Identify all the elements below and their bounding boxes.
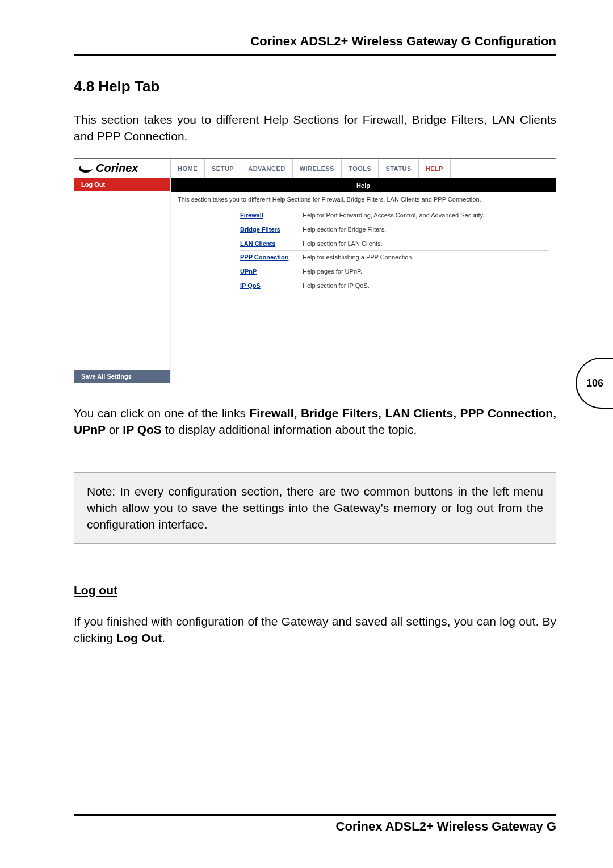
help-row-ppp: PPP Connection Help for establishing a P… (240, 251, 549, 265)
link-bridge-filters[interactable]: Bridge Filters (240, 226, 303, 234)
section-heading: 4.8 Help Tab (74, 78, 556, 95)
link-ip-qos[interactable]: IP QoS (240, 282, 303, 290)
logout-bold: Log Out (116, 631, 162, 644)
logo-text: Corinex (96, 162, 138, 175)
link-firewall[interactable]: Firewall (240, 212, 303, 220)
help-row-firewall: Firewall Help for Port Forwarding, Acces… (240, 209, 549, 223)
logout-heading: Log out (74, 584, 556, 597)
after-bold2: IP QoS (123, 423, 161, 436)
desc-upnp: Help pages for UPnP. (303, 268, 549, 276)
link-ppp-connection[interactable]: PPP Connection (240, 254, 303, 262)
nav-status[interactable]: STATUS (379, 159, 418, 178)
nav-help[interactable]: HELP (419, 159, 451, 178)
intro-paragraph: This section takes you to different Help… (74, 111, 556, 145)
router-ui-screenshot: Corinex HOME SETUP ADVANCED WIRELESS TOO… (74, 158, 556, 383)
help-row-ipqos: IP QoS Help section for IP QoS. (240, 279, 549, 293)
page-footer: Corinex ADSL2+ Wireless Gateway G (74, 814, 556, 834)
sidebar-spacer (74, 191, 170, 370)
save-all-button[interactable]: Save All Settings (74, 370, 170, 383)
content-title: Help (171, 178, 556, 192)
logout-post: . (162, 631, 165, 644)
link-lan-clients[interactable]: LAN Clients (240, 240, 303, 248)
footer-divider (74, 814, 556, 816)
logo-swoosh-icon (79, 163, 94, 174)
note-body: : In every configuration section, there … (87, 485, 543, 531)
help-row-lan: LAN Clients Help section for LAN Clients… (240, 237, 549, 251)
nav-advanced[interactable]: ADVANCED (241, 159, 293, 178)
sidebar: Log Out Save All Settings (74, 178, 171, 383)
help-table: Firewall Help for Port Forwarding, Acces… (240, 209, 549, 293)
desc-ppp-connection: Help for establishing a PPP Connection. (303, 254, 549, 262)
help-row-bridge: Bridge Filters Help section for Bridge F… (240, 223, 549, 237)
nav-spacer (451, 159, 556, 178)
nav-bar: Corinex HOME SETUP ADVANCED WIRELESS TOO… (74, 159, 556, 178)
desc-bridge-filters: Help section for Bridge Filters. (303, 226, 549, 234)
desc-lan-clients: Help section for LAN Clients. (303, 240, 549, 248)
after-mid: or (106, 423, 123, 436)
logout-button[interactable]: Log Out (74, 178, 170, 191)
nav-wireless[interactable]: WIRELESS (293, 159, 342, 178)
nav-home[interactable]: HOME (171, 159, 205, 178)
content-area: Help This section takes you to different… (171, 178, 556, 383)
after-pre: You can click on one of the links (74, 406, 249, 420)
logo: Corinex (74, 159, 171, 178)
footer-title: Corinex ADSL2+ Wireless Gateway G (74, 819, 556, 834)
page-header: Corinex ADSL2+ Wireless Gateway G Config… (74, 34, 556, 56)
logout-paragraph: If you finished with configuration of th… (74, 613, 556, 647)
link-upnp[interactable]: UPnP (240, 268, 303, 276)
after-post: to display additional information about … (162, 423, 417, 436)
nav-setup[interactable]: SETUP (205, 159, 241, 178)
help-row-upnp: UPnP Help pages for UPnP. (240, 265, 549, 279)
after-screenshot-paragraph: You can click on one of the links Firewa… (74, 405, 556, 438)
note-label: Note (87, 485, 112, 498)
desc-firewall: Help for Port Forwarding, Access Control… (303, 212, 549, 220)
nav-tools[interactable]: TOOLS (342, 159, 379, 178)
note-box: Note: In every configuration section, th… (74, 472, 556, 544)
desc-ip-qos: Help section for IP QoS. (303, 282, 549, 290)
content-intro: This section takes you to different Help… (178, 195, 549, 203)
